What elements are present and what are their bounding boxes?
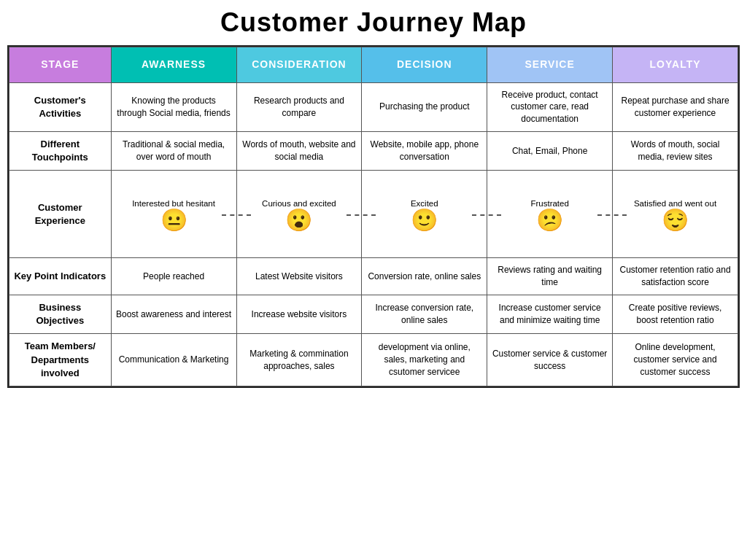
- experience-awarness: Interested but hesitant 😐: [111, 171, 236, 258]
- team-consideration: Marketing & commination approaches, sale…: [236, 334, 362, 386]
- touchpoints-decision: Website, mobile app, phone conversation: [362, 131, 487, 170]
- page-title: Customer Journey Map: [7, 7, 740, 38]
- kpi-consideration: Latest Website visitors: [236, 258, 362, 295]
- experience-consideration: Curious and excited 😮: [236, 171, 362, 258]
- touchpoints-row: Different Touchpoints Traditional & soci…: [9, 131, 738, 170]
- col-header-loyalty: LOYALTY: [613, 47, 738, 83]
- team-row: Team Members/ Departments involved Commu…: [9, 334, 738, 386]
- activities-decision: Purchasing the product: [362, 82, 487, 131]
- touchpoints-awarness: Traditional & social media, over word of…: [111, 131, 236, 170]
- kpi-service: Reviews rating and waiting time: [487, 258, 613, 295]
- touchpoints-label: Different Touchpoints: [9, 131, 112, 170]
- objectives-label: Business Objectives: [9, 295, 112, 333]
- customers-activities-row: Customer's Activities Knowing the produc…: [9, 82, 738, 131]
- team-loyalty: Online development, customer service and…: [613, 334, 738, 386]
- kpi-awarness: People reached: [111, 258, 236, 295]
- kpi-label: Key Point Indicators: [9, 258, 112, 295]
- objectives-consideration: Increase website visitors: [236, 295, 362, 333]
- emoji-decision: 🙂: [411, 209, 438, 231]
- objectives-row: Business Objectives Boost awareness and …: [9, 295, 738, 333]
- emoji-awarness: 😐: [160, 209, 187, 231]
- header-row: STAGE AWARNESS CONSIDERATION DECISION SE…: [9, 47, 738, 83]
- activities-awarness: Knowing the products through Social medi…: [111, 82, 236, 131]
- experience-loyalty: Satisfied and went out 😌: [613, 171, 738, 258]
- experience-service: Frustrated 😕: [487, 171, 613, 258]
- emoji-loyalty: 😌: [662, 209, 689, 231]
- kpi-decision: Conversion rate, online sales: [362, 258, 487, 295]
- touchpoints-service: Chat, Email, Phone: [487, 131, 613, 170]
- emoji-service: 😕: [536, 209, 563, 231]
- team-decision: development via online, sales, marketing…: [362, 334, 487, 386]
- col-header-decision: DECISION: [362, 47, 487, 83]
- touchpoints-consideration: Words of mouth, website and social media: [236, 131, 362, 170]
- activities-consideration: Research products and compare: [236, 82, 362, 131]
- team-label: Team Members/ Departments involved: [9, 334, 112, 386]
- customers-activities-label: Customer's Activities: [9, 82, 112, 131]
- objectives-decision: Increase conversion rate, online sales: [362, 295, 487, 333]
- emoji-consideration: 😮: [285, 209, 312, 231]
- experience-decision: Excited 🙂: [362, 171, 487, 258]
- objectives-service: Increase customer service and minimize w…: [487, 295, 613, 333]
- col-header-awarness: AWARNESS: [111, 47, 236, 83]
- col-header-stage: STAGE: [9, 47, 112, 83]
- col-header-consideration: CONSIDERATION: [236, 47, 362, 83]
- team-service: Customer service & customer success: [487, 334, 613, 386]
- kpi-row: Key Point Indicators People reached Late…: [9, 258, 738, 295]
- experience-label: Customer Experience: [9, 171, 112, 258]
- objectives-awarness: Boost awareness and interest: [111, 295, 236, 333]
- col-header-service: SERVICE: [487, 47, 613, 83]
- team-awarness: Communication & Marketing: [111, 334, 236, 386]
- experience-row: Customer Experience Interested but hesit…: [9, 171, 738, 258]
- objectives-loyalty: Create positive reviews, boost retention…: [613, 295, 738, 333]
- activities-service: Receive product, contact customer care, …: [487, 82, 613, 131]
- activities-loyalty: Repeat purchase and share customer exper…: [613, 82, 738, 131]
- journey-map-table: STAGE AWARNESS CONSIDERATION DECISION SE…: [7, 45, 740, 388]
- touchpoints-loyalty: Words of mouth, social media, review sit…: [613, 131, 738, 170]
- kpi-loyalty: Customer retention ratio and satisfactio…: [613, 258, 738, 295]
